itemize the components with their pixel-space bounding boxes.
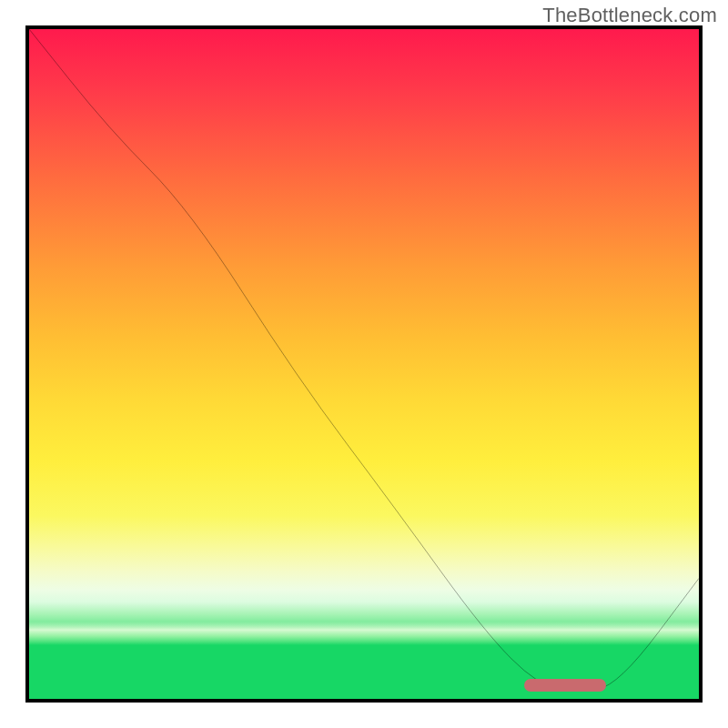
watermark-text: TheBottleneck.com: [542, 4, 717, 27]
bottleneck-curve-path: [29, 29, 699, 691]
curve-svg: [29, 29, 699, 699]
optimal-marker: [524, 679, 606, 692]
chart-stage: TheBottleneck.com: [0, 0, 728, 728]
plot-area: [29, 29, 699, 699]
plot-frame: [25, 25, 703, 703]
